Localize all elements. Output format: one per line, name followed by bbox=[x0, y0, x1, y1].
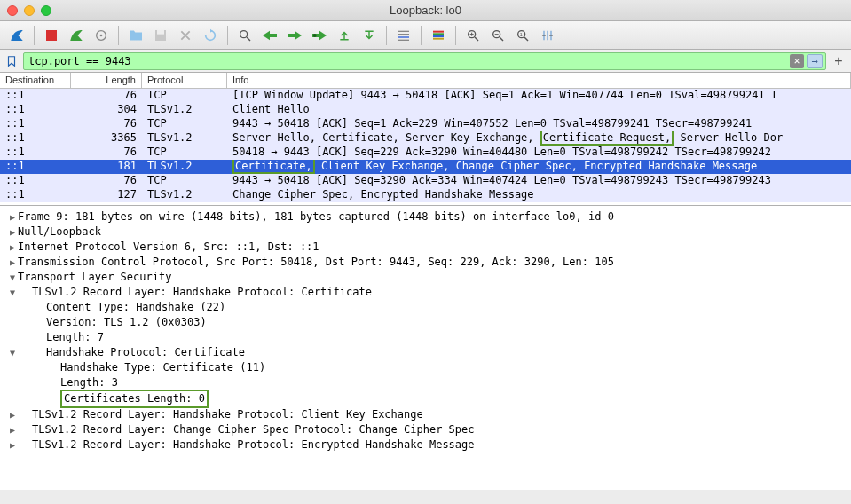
svg-rect-0 bbox=[46, 30, 57, 41]
add-filter-button[interactable]: + bbox=[830, 52, 847, 70]
tree-row[interactable]: Content Type: Handshake (22) bbox=[7, 300, 844, 315]
packet-list-pane: Destination Length Protocol Info ::176TC… bbox=[0, 73, 851, 206]
caret-right-icon[interactable]: ▶ bbox=[7, 422, 18, 437]
tree-row[interactable]: ▶Frame 9: 181 bytes on wire (1448 bits),… bbox=[7, 209, 844, 224]
svg-rect-9 bbox=[398, 36, 409, 37]
apply-filter-button[interactable]: → bbox=[807, 54, 823, 68]
tree-row[interactable]: ▼Transport Layer Security bbox=[7, 270, 844, 285]
go-last-button[interactable] bbox=[358, 24, 381, 47]
tree-label: Null/Loopback bbox=[18, 224, 101, 240]
tree-label: TLSv1.2 Record Layer: Handshake Protocol… bbox=[32, 437, 475, 453]
tree-label: Length: 7 bbox=[46, 330, 104, 345]
resize-columns-button[interactable] bbox=[536, 24, 559, 47]
restart-capture-button[interactable] bbox=[65, 24, 88, 47]
tree-label: Transport Layer Security bbox=[18, 270, 171, 285]
svg-rect-14 bbox=[433, 37, 444, 39]
display-filter-bar: tcp.port == 9443 ✕ → + bbox=[0, 50, 851, 73]
clear-filter-button[interactable]: ✕ bbox=[790, 54, 804, 68]
packet-row[interactable]: ::176TCP[TCP Window Update] 9443 → 50418… bbox=[0, 89, 851, 103]
packet-details-pane[interactable]: ▶Frame 9: 181 bytes on wire (1448 bits),… bbox=[0, 206, 851, 490]
svg-text:1: 1 bbox=[520, 31, 523, 36]
find-button[interactable] bbox=[233, 24, 256, 47]
tree-label: Handshake Type: Certificate (11) bbox=[60, 360, 265, 375]
svg-point-6 bbox=[313, 34, 317, 37]
tree-row[interactable]: ▶Transmission Control Protocol, Src Port… bbox=[7, 255, 844, 270]
zoom-reset-button[interactable]: 1 bbox=[511, 24, 534, 47]
save-file-button[interactable] bbox=[149, 24, 172, 47]
tree-label: TLSv1.2 Record Layer: Handshake Protocol… bbox=[32, 407, 423, 422]
svg-rect-10 bbox=[398, 39, 409, 40]
packet-row[interactable]: ::13365TLSv1.2Server Hello, Certificate,… bbox=[0, 131, 851, 146]
tree-label: Version: TLS 1.2 (0x0303) bbox=[46, 315, 207, 330]
svg-rect-11 bbox=[433, 30, 444, 32]
col-header-info[interactable]: Info bbox=[227, 73, 851, 88]
go-first-button[interactable] bbox=[333, 24, 356, 47]
svg-point-5 bbox=[240, 30, 248, 37]
tree-row[interactable]: ▼TLSv1.2 Record Layer: Handshake Protoco… bbox=[7, 285, 844, 300]
tree-row[interactable]: Length: 7 bbox=[7, 330, 844, 345]
tree-row[interactable]: Version: TLS 1.2 (0x0303) bbox=[7, 315, 844, 330]
tree-label: Transmission Control Protocol, Src Port:… bbox=[18, 255, 614, 270]
svg-rect-7 bbox=[398, 30, 409, 31]
tree-row[interactable]: ▶Internet Protocol Version 6, Src: ::1, … bbox=[7, 240, 844, 255]
close-file-button[interactable] bbox=[174, 24, 197, 47]
caret-right-icon[interactable]: ▶ bbox=[7, 437, 18, 453]
packet-list-body[interactable]: ::176TCP[TCP Window Update] 9443 → 50418… bbox=[0, 89, 851, 204]
go-back-button[interactable] bbox=[258, 24, 281, 47]
tree-label: Internet Protocol Version 6, Src: ::1, D… bbox=[18, 240, 319, 255]
tree-label: Frame 9: 181 bytes on wire (1448 bits), … bbox=[18, 209, 614, 224]
packet-row[interactable]: ::1181TLSv1.2Certificate, Client Key Exc… bbox=[0, 160, 851, 174]
zoom-out-button[interactable] bbox=[486, 24, 509, 47]
caret-right-icon[interactable]: ▶ bbox=[7, 240, 18, 255]
tree-row[interactable]: ▶TLSv1.2 Record Layer: Handshake Protoco… bbox=[7, 437, 844, 453]
window-title: Loopback: lo0 bbox=[0, 4, 851, 17]
caret-right-icon[interactable]: ▶ bbox=[7, 407, 18, 422]
caret-down-icon[interactable]: ▼ bbox=[7, 270, 18, 285]
caret-right-icon[interactable]: ▶ bbox=[7, 255, 18, 270]
tree-row[interactable]: ▶TLSv1.2 Record Layer: Handshake Protoco… bbox=[7, 407, 844, 422]
packet-row[interactable]: ::176TCP9443 → 50418 [ACK] Seq=1 Ack=229… bbox=[0, 117, 851, 131]
tree-label: Handshake Protocol: Certificate bbox=[46, 345, 245, 360]
svg-rect-4 bbox=[157, 30, 164, 35]
tree-row[interactable]: Length: 3 bbox=[7, 375, 844, 390]
tree-label: TLSv1.2 Record Layer: Change Cipher Spec… bbox=[32, 422, 475, 437]
tree-row[interactable]: Certificates Length: 0 bbox=[7, 390, 844, 407]
packet-row[interactable]: ::1304TLSv1.2Client Hello bbox=[0, 103, 851, 117]
titlebar: Loopback: lo0 bbox=[0, 0, 851, 21]
tree-row[interactable]: ▼Handshake Protocol: Certificate bbox=[7, 345, 844, 360]
colorize-button[interactable] bbox=[427, 24, 450, 47]
go-to-packet-button[interactable] bbox=[308, 24, 331, 47]
tree-label: Length: 3 bbox=[60, 375, 118, 390]
caret-right-icon[interactable]: ▶ bbox=[7, 209, 18, 224]
col-header-length[interactable]: Length bbox=[71, 73, 142, 88]
tree-row[interactable]: ▶Null/Loopback bbox=[7, 224, 844, 240]
go-forward-button[interactable] bbox=[283, 24, 306, 47]
tree-row[interactable]: ▶TLSv1.2 Record Layer: Change Cipher Spe… bbox=[7, 422, 844, 437]
packet-row[interactable]: ::1127TLSv1.2Change Cipher Spec, Encrypt… bbox=[0, 188, 851, 202]
col-header-destination[interactable]: Destination bbox=[0, 73, 71, 88]
svg-rect-12 bbox=[433, 33, 444, 35]
auto-scroll-button[interactable] bbox=[392, 24, 415, 47]
open-file-button[interactable] bbox=[124, 24, 147, 47]
capture-options-button[interactable] bbox=[90, 24, 113, 47]
shark-fin-icon[interactable] bbox=[5, 24, 28, 47]
svg-point-2 bbox=[100, 34, 103, 36]
caret-down-icon[interactable]: ▼ bbox=[7, 285, 18, 300]
tree-row[interactable]: Handshake Type: Certificate (11) bbox=[7, 360, 844, 375]
packet-row[interactable]: ::176TCP9443 → 50418 [ACK] Seq=3290 Ack=… bbox=[0, 174, 851, 188]
col-header-protocol[interactable]: Protocol bbox=[142, 73, 227, 88]
main-toolbar: 1 bbox=[0, 21, 851, 50]
display-filter-input[interactable]: tcp.port == 9443 ✕ → bbox=[23, 52, 826, 70]
svg-rect-13 bbox=[433, 35, 444, 37]
caret-right-icon[interactable]: ▶ bbox=[7, 224, 18, 240]
reload-button[interactable] bbox=[199, 24, 222, 47]
tree-label: Certificates Length: 0 bbox=[60, 390, 209, 408]
tree-label: Content Type: Handshake (22) bbox=[46, 300, 225, 315]
stop-capture-button[interactable] bbox=[40, 24, 63, 47]
packet-row[interactable]: ::176TCP50418 → 9443 [ACK] Seq=229 Ack=3… bbox=[0, 146, 851, 160]
svg-rect-8 bbox=[398, 34, 409, 35]
caret-down-icon[interactable]: ▼ bbox=[7, 345, 18, 360]
filter-text: tcp.port == 9443 bbox=[28, 55, 131, 67]
bookmark-filter-icon[interactable] bbox=[4, 53, 20, 69]
zoom-in-button[interactable] bbox=[461, 24, 485, 47]
